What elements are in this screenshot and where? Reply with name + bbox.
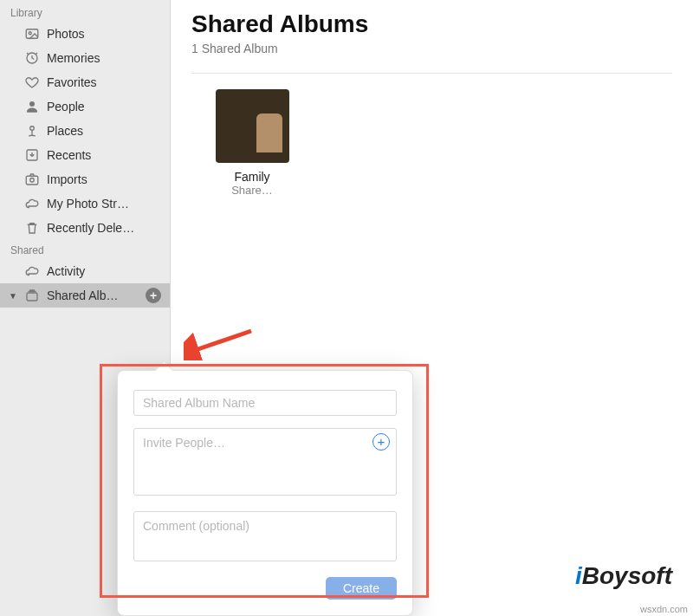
sidebar-item-imports[interactable]: Imports bbox=[0, 167, 170, 191]
svg-point-7 bbox=[30, 178, 35, 183]
svg-rect-6 bbox=[26, 176, 38, 185]
album-tile[interactable]: Family Share… bbox=[191, 89, 313, 197]
sidebar-item-memories[interactable]: Memories bbox=[0, 46, 170, 70]
download-icon bbox=[24, 147, 40, 163]
sidebar-item-recently-deleted[interactable]: Recently Dele… bbox=[0, 216, 170, 240]
sidebar-item-places[interactable]: Places bbox=[0, 119, 170, 143]
library-header: Library bbox=[0, 3, 170, 22]
sidebar-item-label: Shared Alb… bbox=[47, 289, 139, 302]
sidebar-item-label: Activity bbox=[47, 264, 161, 278]
svg-rect-8 bbox=[27, 293, 37, 301]
album-name-input[interactable] bbox=[133, 390, 397, 416]
cloud-icon bbox=[24, 263, 40, 279]
sidebar-item-shared-albums[interactable]: ▼ Shared Alb… + bbox=[0, 283, 170, 308]
new-shared-album-popover: + Create bbox=[117, 370, 413, 616]
sidebar-item-label: Favorites bbox=[47, 75, 161, 89]
sidebar-item-label: People bbox=[47, 100, 161, 113]
pin-icon bbox=[24, 123, 40, 139]
sidebar-item-activity[interactable]: Activity bbox=[0, 259, 170, 283]
trash-icon bbox=[24, 220, 40, 236]
sidebar-item-label: Memories bbox=[47, 51, 161, 65]
comment-input[interactable] bbox=[133, 511, 397, 561]
chevron-down-icon[interactable]: ▼ bbox=[9, 291, 17, 301]
sidebar-item-photostream[interactable]: My Photo Str… bbox=[0, 191, 170, 216]
svg-point-4 bbox=[30, 126, 35, 131]
photos-icon bbox=[24, 26, 40, 42]
cloud-icon bbox=[24, 196, 40, 211]
watermark-i: i bbox=[575, 562, 582, 589]
album-name: Family bbox=[191, 170, 313, 184]
camera-icon bbox=[24, 172, 40, 187]
heart-icon bbox=[24, 75, 40, 90]
sidebar-item-label: Places bbox=[47, 124, 161, 138]
album-caption: Share… bbox=[191, 184, 313, 197]
shared-header: Shared bbox=[0, 240, 170, 259]
sidebar-item-photos[interactable]: Photos bbox=[0, 22, 170, 46]
page-title: Shared Albums bbox=[191, 10, 672, 38]
sidebar-item-favorites[interactable]: Favorites bbox=[0, 70, 170, 94]
album-thumbnail bbox=[216, 89, 289, 163]
sidebar-item-label: Recently Dele… bbox=[47, 221, 161, 235]
invite-people-input[interactable] bbox=[133, 428, 397, 496]
sidebar-item-recents[interactable]: Recents bbox=[0, 143, 170, 167]
create-button[interactable]: Create bbox=[326, 577, 397, 600]
memories-icon bbox=[24, 50, 40, 66]
add-shared-album-button[interactable]: + bbox=[146, 288, 161, 303]
watermark-rest: Boysoft bbox=[582, 562, 672, 589]
watermark: iBoysoft bbox=[575, 562, 672, 590]
divider bbox=[191, 73, 672, 74]
sidebar-item-label: My Photo Str… bbox=[47, 197, 161, 211]
sidebar-item-label: Imports bbox=[47, 172, 161, 186]
source-label: wsxdn.com bbox=[640, 604, 688, 614]
album-stack-icon bbox=[24, 288, 40, 303]
sidebar-item-label: Recents bbox=[47, 148, 161, 162]
sidebar-item-label: Photos bbox=[47, 27, 161, 41]
svg-point-3 bbox=[29, 101, 35, 107]
add-invitee-button[interactable]: + bbox=[372, 433, 390, 451]
page-subtitle: 1 Shared Album bbox=[191, 42, 672, 55]
sidebar-item-people[interactable]: People bbox=[0, 94, 170, 119]
svg-point-1 bbox=[29, 32, 31, 35]
person-icon bbox=[24, 99, 40, 114]
